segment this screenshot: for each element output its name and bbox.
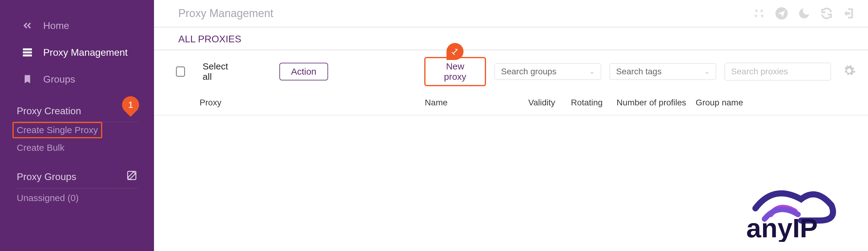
column-profiles: Number of profiles (617, 98, 696, 108)
nav-groups[interactable]: Groups (0, 66, 154, 92)
gear-icon[interactable] (842, 64, 856, 80)
brand-logo: anyIP (728, 178, 850, 242)
sidebar-item-label: Create Bulk (17, 143, 64, 152)
main: Proxy Management ALL PROXIES Select all … (154, 0, 868, 251)
chevron-down-icon: ⌄ (589, 67, 595, 76)
search-proxies-input[interactable] (725, 63, 831, 80)
svg-text:anyIP: anyIP (746, 213, 818, 242)
svg-rect-1 (23, 52, 32, 54)
chevron-down-icon: ⌄ (704, 67, 710, 76)
section-header-proxy-creation: Proxy Creation 1 (17, 102, 137, 122)
sidebar: Home Proxy Management Groups Proxy Creat… (0, 0, 154, 251)
new-proxy-wrap: 1 New proxy (424, 57, 486, 86)
sidebar-item-create-single-proxy[interactable]: Create Single Proxy (12, 122, 102, 138)
sidebar-item-unassigned[interactable]: Unassigned (0) (17, 189, 137, 207)
sidebar-item-label: Unassigned (0) (17, 193, 79, 203)
svg-rect-2 (23, 55, 32, 57)
nav-top: Home Proxy Management Groups (0, 0, 154, 92)
page-title: Proxy Management (178, 7, 273, 20)
moon-icon[interactable] (797, 7, 811, 20)
select-all-label: Select all (203, 61, 234, 82)
refresh-icon[interactable] (820, 7, 833, 20)
action-button[interactable]: Action (279, 63, 328, 80)
nav-label: Groups (43, 74, 75, 85)
search-tags-dropdown[interactable]: Search tags ⌄ (610, 63, 716, 80)
server-icon (21, 46, 33, 58)
toolbar: Select all Action 1 New proxy Search gro… (154, 50, 868, 93)
column-validity: Validity (528, 98, 571, 108)
section-title: Proxy Creation (17, 105, 81, 117)
annotation-badge-1: 1 (446, 43, 464, 60)
dropdown-label: Search tags (616, 67, 661, 77)
section-header-proxy-groups: Proxy Groups (17, 166, 137, 189)
column-group: Group name (696, 98, 844, 108)
column-proxy: Proxy (200, 98, 425, 108)
nav-label: Proxy Management (43, 47, 127, 58)
nav-proxy-management[interactable]: Proxy Management (0, 39, 154, 66)
nav-home[interactable]: Home (0, 12, 154, 39)
new-proxy-button[interactable]: New proxy (424, 57, 486, 86)
table-header: Proxy Name Validity Rotating Number of p… (154, 93, 868, 115)
annotation-badge-1: 1 (118, 92, 143, 117)
select-all-checkbox[interactable] (176, 66, 185, 77)
logout-icon[interactable] (842, 7, 856, 20)
column-name: Name (425, 98, 528, 108)
sidebar-item-create-bulk[interactable]: Create Bulk (17, 138, 137, 157)
send-icon[interactable] (775, 7, 788, 20)
column-rotating: Rotating (571, 98, 617, 108)
search-groups-dropdown[interactable]: Search groups ⌄ (495, 63, 601, 80)
section-title-all-proxies: ALL PROXIES (154, 27, 868, 50)
dropdown-label: Search groups (501, 67, 556, 77)
recycle-icon[interactable] (752, 7, 766, 20)
section-title: Proxy Groups (17, 171, 76, 183)
section-proxy-groups: Proxy Groups Unassigned (0) (0, 166, 154, 207)
svg-rect-0 (23, 49, 32, 51)
collapse-icon (21, 20, 33, 32)
topbar-icons (752, 7, 856, 20)
topbar: Proxy Management (154, 0, 868, 27)
nav-label: Home (43, 20, 69, 31)
bookmark-icon (21, 73, 33, 85)
edit-icon[interactable] (126, 170, 137, 184)
section-proxy-creation: Proxy Creation 1 Create Single Proxy Cre… (0, 102, 154, 157)
sidebar-item-label: Create Single Proxy (17, 125, 98, 135)
